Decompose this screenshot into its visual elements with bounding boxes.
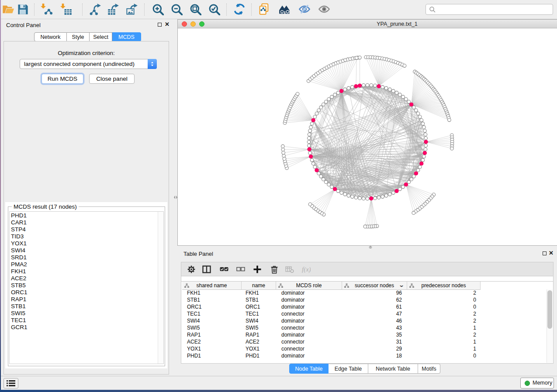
table-cell: 2 [407, 331, 481, 338]
zoom-out-icon[interactable] [170, 3, 183, 15]
table-row[interactable]: SWI5SWI5connector431 [181, 324, 553, 331]
apply-layout-icon[interactable] [233, 3, 246, 15]
column-header-predecessor-nodes[interactable]: predecessor nodes [407, 282, 481, 290]
toolbar-separator [34, 3, 35, 16]
table-cell: 2 [407, 317, 481, 324]
vertical-splitter-handle[interactable] [173, 194, 178, 201]
table-row[interactable]: SWI4SWI4dominator462 [181, 317, 553, 324]
open-session-icon[interactable] [2, 3, 14, 15]
mcds-result-item[interactable]: RAP1 [10, 296, 157, 303]
save-session-icon[interactable] [17, 3, 29, 15]
mcds-result-item[interactable]: STB1 [10, 303, 157, 310]
memory-button[interactable]: Memory [520, 378, 554, 389]
deselect-all-icon[interactable] [236, 265, 245, 274]
zoom-fit-icon[interactable] [189, 3, 201, 15]
svg-text:f(x): f(x) [302, 266, 311, 273]
table-row[interactable]: RAP1RAP1dominator352 [181, 331, 553, 338]
hide-details-icon[interactable] [298, 3, 311, 15]
column-header-successor-nodes[interactable]: successor nodes⌄ [342, 282, 407, 290]
table-toolbar: f(x) [181, 262, 554, 276]
close-panel-icon[interactable]: ✕ [165, 22, 170, 27]
table-rows: FKH1FKH1dominator962STB1STB1dominator620… [181, 289, 553, 359]
control-panel: Control Panel ✕ NetworkStyleSelectMCDS O… [1, 19, 173, 376]
mcds-result-item[interactable]: SWI4 [10, 247, 157, 254]
mcds-result-item[interactable]: CAR1 [10, 219, 157, 226]
status-menu-button[interactable] [3, 378, 18, 389]
zoom-in-icon[interactable] [152, 3, 164, 15]
tab-node-table[interactable]: Node Table [289, 364, 329, 374]
mcds-result-item[interactable]: GCR1 [10, 324, 157, 331]
network-graph[interactable] [178, 29, 556, 246]
gear-icon[interactable] [187, 265, 196, 274]
table-row[interactable]: ACE2ACE2connector311 [181, 338, 553, 345]
mcds-result-item[interactable]: TEC1 [10, 317, 157, 324]
table-cell: dominator [276, 296, 342, 303]
table-cell: 2 [407, 310, 481, 317]
delete-icon[interactable] [270, 265, 279, 274]
run-mcds-button[interactable]: Run MCDS [42, 74, 83, 84]
table-row[interactable]: TEC1TEC1connector472 [181, 310, 553, 317]
column-header-MCDS-role[interactable]: MCDS role [276, 282, 342, 290]
mcds-result-item[interactable]: SWI5 [10, 310, 157, 317]
import-table-icon[interactable] [60, 3, 72, 15]
mcds-result-item[interactable]: PHD1 [10, 212, 157, 219]
select-stepper-icon [148, 59, 157, 69]
show-details-icon[interactable] [318, 3, 330, 15]
toolbar-separator [144, 3, 145, 16]
mcds-result-item[interactable]: TID3 [10, 233, 157, 240]
table-cell: TEC1 [242, 310, 276, 317]
mcds-result-item[interactable]: ACE2 [10, 275, 157, 282]
table-cell: SWI4 [182, 317, 242, 324]
tab-network-table[interactable]: Network Table [368, 364, 418, 374]
column-header-shared-name[interactable]: shared name [182, 282, 242, 290]
mcds-result-item[interactable]: STB5 [10, 282, 157, 289]
select-all-icon[interactable] [220, 265, 228, 274]
close-panel-button[interactable]: Close panel [89, 74, 135, 84]
tab-select[interactable]: Select [90, 32, 112, 41]
float-panel-icon[interactable] [158, 23, 162, 27]
table-row[interactable]: ORC1ORC1dominator610 [181, 303, 553, 310]
find-icon[interactable] [279, 3, 291, 15]
search-input[interactable] [426, 4, 553, 15]
tab-style[interactable]: Style [67, 32, 90, 41]
table-cell: RAP1 [182, 331, 242, 338]
close-table-panel-icon[interactable]: ✕ [549, 251, 554, 255]
tab-edge-table[interactable]: Edge Table [329, 364, 368, 374]
table-cell: connector [276, 345, 342, 352]
table-cell: FKH1 [182, 289, 242, 296]
cytoscape-window: Control Panel ✕ NetworkStyleSelectMCDS O… [1, 0, 557, 390]
export-network-icon[interactable] [89, 3, 101, 15]
table-row[interactable]: FKH1FKH1dominator962 [181, 289, 553, 296]
mcds-result-item[interactable]: YOX1 [10, 240, 157, 247]
tab-mcds[interactable]: MCDS [112, 32, 141, 41]
mcds-result-item[interactable]: FKH1 [10, 268, 157, 275]
column-header-name[interactable]: name [242, 282, 276, 290]
mcds-result-item[interactable]: ORC1 [10, 289, 157, 296]
import-network-icon[interactable] [40, 3, 52, 15]
table-cell: connector [276, 338, 342, 345]
table-cell: connector [276, 324, 342, 331]
mcds-result-item[interactable]: PMA2 [10, 261, 157, 268]
table-row[interactable]: PHD1PHD1dominator180 [181, 352, 553, 359]
float-table-panel-icon[interactable] [543, 251, 547, 255]
export-table-icon[interactable] [107, 3, 119, 15]
tab-network[interactable]: Network [34, 32, 67, 41]
table-cell: TEC1 [182, 310, 242, 317]
zoom-selected-icon[interactable] [208, 3, 220, 15]
mcds-result-scrollbar[interactable] [158, 212, 163, 364]
table-cell: 61 [342, 303, 407, 310]
table-cell: 18 [342, 352, 407, 359]
export-image-icon[interactable] [126, 3, 138, 15]
mcds-result-item[interactable]: SRD1 [10, 254, 157, 261]
table-row[interactable]: STB1STB1dominator620 [181, 296, 553, 303]
optimization-criterion-select[interactable]: largest connected component (undirected) [20, 59, 157, 69]
add-icon[interactable] [253, 265, 262, 274]
mcds-result-item[interactable]: STP4 [10, 226, 157, 233]
table-row[interactable]: YOX1YOX1connector291 [181, 345, 553, 352]
table-scrollbar-thumb[interactable] [547, 290, 552, 329]
tab-motifs[interactable]: Motifs [418, 364, 440, 374]
clone-network-icon[interactable] [258, 3, 270, 15]
table-scrollbar[interactable] [547, 289, 553, 363]
columns-icon[interactable] [202, 265, 211, 274]
table-cell: 1 [407, 324, 481, 331]
